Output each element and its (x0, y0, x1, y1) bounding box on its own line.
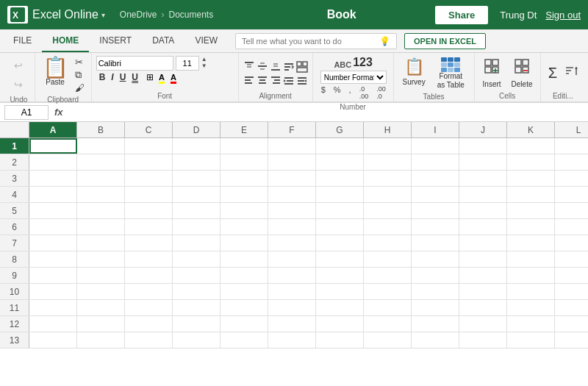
align-center-button[interactable] (257, 74, 268, 86)
cell-L3[interactable] (555, 171, 588, 186)
tab-file[interactable]: FILE (3, 29, 42, 52)
cell-D13[interactable] (173, 332, 220, 348)
cell-L13[interactable] (555, 332, 588, 348)
cell-G3[interactable] (316, 171, 364, 186)
cell-E7[interactable] (220, 235, 268, 251)
cell-H9[interactable] (364, 268, 412, 283)
cell-A11[interactable] (29, 300, 77, 315)
survey-button[interactable]: 📋 Survey (398, 56, 430, 91)
row-header-13[interactable]: 13 (0, 332, 29, 348)
cell-J9[interactable] (459, 268, 507, 283)
cell-J8[interactable] (459, 251, 507, 267)
row-header-6[interactable]: 6 (0, 219, 29, 235)
cell-C1[interactable] (125, 138, 173, 154)
user-name[interactable]: Trung Dt (500, 10, 537, 21)
cell-G7[interactable] (316, 235, 364, 251)
row-header-3[interactable]: 3 (0, 171, 29, 186)
currency-button[interactable]: $ (318, 84, 329, 101)
insert-cells-button[interactable]: Insert (479, 57, 505, 90)
documents-link[interactable]: Documents (169, 10, 214, 20)
cell-A12[interactable] (29, 316, 77, 332)
cell-E3[interactable] (220, 171, 268, 186)
cell-B7[interactable] (77, 235, 125, 251)
cell-H3[interactable] (364, 171, 412, 186)
cell-F4[interactable] (268, 187, 316, 202)
cell-G4[interactable] (316, 187, 364, 202)
cell-K13[interactable] (507, 332, 555, 348)
cell-K10[interactable] (507, 284, 555, 299)
cell-K6[interactable] (507, 219, 555, 235)
cell-H13[interactable] (364, 332, 412, 348)
col-header-G[interactable]: G (316, 122, 364, 137)
cell-A10[interactable] (29, 284, 77, 299)
cell-J11[interactable] (459, 300, 507, 315)
cell-G10[interactable] (316, 284, 364, 299)
cell-E11[interactable] (220, 300, 268, 315)
row-header-5[interactable]: 5 (0, 203, 29, 218)
cell-A1[interactable] (29, 138, 77, 154)
cell-B10[interactable] (77, 284, 125, 299)
cell-H5[interactable] (364, 203, 412, 218)
cell-D7[interactable] (173, 235, 220, 251)
cell-K4[interactable] (507, 187, 555, 202)
cell-K11[interactable] (507, 300, 555, 315)
border-button[interactable]: ⊞ (144, 71, 156, 83)
redo-button[interactable]: ↪ (7, 75, 29, 94)
align-right-button[interactable] (270, 74, 282, 86)
cell-K1[interactable] (507, 138, 555, 154)
cell-L11[interactable] (555, 300, 588, 315)
cell-I9[interactable] (412, 268, 459, 283)
cell-G5[interactable] (316, 203, 364, 218)
cell-H2[interactable] (364, 154, 412, 170)
cell-J1[interactable] (459, 138, 507, 154)
cell-H1[interactable] (364, 138, 412, 154)
font-size-input[interactable] (176, 56, 199, 71)
cell-E10[interactable] (220, 284, 268, 299)
row-header-12[interactable]: 12 (0, 316, 29, 332)
align-top-button[interactable] (243, 61, 255, 73)
cell-C10[interactable] (125, 284, 173, 299)
cell-D5[interactable] (173, 203, 220, 218)
cell-C8[interactable] (125, 251, 173, 267)
cell-D10[interactable] (173, 284, 220, 299)
cell-C9[interactable] (125, 268, 173, 283)
double-underline-button[interactable]: U (129, 71, 141, 83)
cell-D2[interactable] (173, 154, 220, 170)
cell-J10[interactable] (459, 284, 507, 299)
copy-button[interactable]: ⧉ (73, 68, 87, 82)
cell-E2[interactable] (220, 154, 268, 170)
wrap-text-button[interactable] (283, 61, 295, 73)
row-header-10[interactable]: 10 (0, 284, 29, 299)
cell-I6[interactable] (412, 219, 459, 235)
font-size-decrease-button[interactable]: ▼ (200, 63, 209, 70)
cell-L10[interactable] (555, 284, 588, 299)
cell-E1[interactable] (220, 138, 268, 154)
comma-button[interactable]: , (345, 84, 355, 101)
cell-G2[interactable] (316, 154, 364, 170)
cell-I3[interactable] (412, 171, 459, 186)
font-color-button[interactable]: A (168, 71, 179, 83)
cell-B8[interactable] (77, 251, 125, 267)
cell-D4[interactable] (173, 187, 220, 202)
cell-J4[interactable] (459, 187, 507, 202)
cell-K9[interactable] (507, 268, 555, 283)
sigma-button[interactable]: Σ (545, 63, 560, 83)
decrease-decimal-button[interactable]: .00.0 (373, 84, 390, 101)
cell-G9[interactable] (316, 268, 364, 283)
cell-F9[interactable] (268, 268, 316, 283)
cell-C5[interactable] (125, 203, 173, 218)
cell-I1[interactable] (412, 138, 459, 154)
cell-L4[interactable] (555, 187, 588, 202)
search-input[interactable] (242, 37, 379, 46)
cell-L12[interactable] (555, 316, 588, 332)
format-painter-button[interactable]: 🖌 (73, 82, 87, 94)
cell-K12[interactable] (507, 316, 555, 332)
cell-I13[interactable] (412, 332, 459, 348)
cell-B11[interactable] (77, 300, 125, 315)
increase-decimal-button[interactable]: .0.00 (356, 84, 373, 101)
cell-H8[interactable] (364, 251, 412, 267)
cell-H10[interactable] (364, 284, 412, 299)
cell-F3[interactable] (268, 171, 316, 186)
cell-E9[interactable] (220, 268, 268, 283)
cell-F2[interactable] (268, 154, 316, 170)
